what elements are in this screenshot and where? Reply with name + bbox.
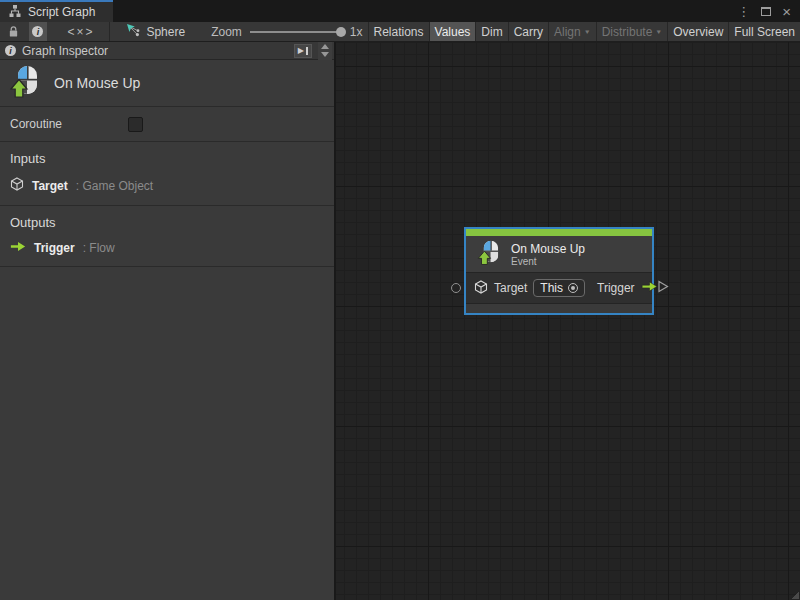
scrub-up-icon [321, 44, 329, 49]
zoom-label: Zoom [211, 25, 242, 39]
output-type: : Flow [83, 241, 115, 255]
input-type: : Game Object [76, 179, 153, 193]
graph-target-breadcrumb[interactable]: Sphere [126, 23, 185, 40]
panel-scrubber[interactable] [318, 42, 332, 60]
object-picker-icon[interactable] [568, 283, 578, 293]
output-port[interactable] [658, 280, 669, 296]
node-subtitle: Event [511, 256, 585, 267]
graph-canvas[interactable]: On Mouse Up Event Target This [336, 42, 800, 600]
node-title: On Mouse Up [511, 242, 585, 256]
flow-arrow-icon [641, 281, 658, 295]
dim-button[interactable]: Dim [475, 22, 507, 41]
carry-button[interactable]: Carry [508, 22, 548, 41]
tab-title: Script Graph [28, 5, 95, 19]
lock-icon[interactable] [8, 25, 19, 38]
resize-grip[interactable] [791, 591, 799, 599]
script-graph-window: Script Graph ⋮ × i <×> [0, 0, 800, 600]
inspector-title: Graph Inspector [22, 44, 288, 58]
dock-panel-icon[interactable]: ▶ [294, 44, 312, 58]
on-mouse-up-icon [476, 240, 502, 269]
inspector-empty-area [0, 267, 334, 600]
chevron-down-icon: ▼ [655, 29, 662, 35]
scrub-down-icon [321, 52, 329, 57]
code-view-icon[interactable]: <×> [65, 25, 98, 39]
distribute-dropdown[interactable]: Distribute ▼ [596, 22, 668, 41]
window-controls: ⋮ × [737, 0, 800, 22]
input-row-target: Target : Game Object [10, 177, 324, 194]
values-button[interactable]: Values [429, 22, 476, 41]
coroutine-row: Coroutine [0, 107, 334, 142]
node-footer [466, 304, 652, 313]
node-target-label: Target [494, 281, 527, 295]
graph-toolbar: i <×> Sphere Zoom 1x Relations V [0, 22, 800, 42]
graph-asset-icon [126, 23, 140, 40]
flow-arrow-icon [10, 241, 26, 255]
input-name: Target [32, 179, 68, 193]
outputs-header: Outputs [10, 215, 324, 230]
inputs-section: Inputs Target : Game Object [0, 142, 334, 206]
output-row-trigger: Trigger : Flow [10, 241, 324, 255]
target-value-button[interactable]: This [533, 279, 585, 297]
outputs-section: Outputs Trigger : Flow [0, 206, 334, 267]
target-value: This [540, 281, 563, 295]
on-mouse-up-icon [8, 65, 42, 102]
inputs-header: Inputs [10, 151, 324, 166]
tab-script-graph[interactable]: Script Graph [0, 0, 113, 22]
node-trigger-label: Trigger [597, 281, 635, 295]
chevron-down-icon: ▼ [584, 29, 591, 35]
script-graph-icon [8, 4, 22, 21]
unit-title: On Mouse Up [54, 75, 140, 91]
relations-button[interactable]: Relations [368, 22, 429, 41]
zoom-control: Zoom 1x [211, 25, 362, 39]
info-icon: i [5, 45, 16, 56]
graph-target-label: Sphere [146, 25, 185, 39]
node-accent-bar [466, 229, 652, 236]
tab-bar: Script Graph ⋮ × [0, 0, 800, 22]
overview-button[interactable]: Overview [667, 22, 728, 41]
toolbar-separator [109, 22, 110, 41]
zoom-value: 1x [350, 25, 363, 39]
zoom-slider[interactable] [250, 31, 342, 33]
on-mouse-up-node[interactable]: On Mouse Up Event Target This [464, 227, 654, 315]
output-name: Trigger [34, 241, 75, 255]
toolbar-buttons: Relations Values Dim Carry Align ▼ Distr… [368, 22, 800, 41]
close-icon[interactable]: × [782, 4, 791, 19]
info-icon: i [32, 26, 43, 37]
node-ports-row: Target This Trigger [466, 272, 652, 304]
game-object-cube-icon [10, 177, 24, 194]
inspector-header: i Graph Inspector ▶ [0, 42, 334, 60]
coroutine-checkbox[interactable] [128, 117, 143, 132]
zoom-slider-handle[interactable] [336, 27, 346, 37]
inspector-toggle-button[interactable]: i [29, 22, 47, 41]
unit-title-block: On Mouse Up [0, 60, 334, 107]
maximize-icon[interactable] [761, 7, 771, 16]
game-object-cube-icon [474, 280, 488, 297]
fullscreen-button[interactable]: Full Screen [728, 22, 800, 41]
align-dropdown[interactable]: Align ▼ [548, 22, 596, 41]
graph-inspector-panel: i Graph Inspector ▶ [0, 42, 336, 600]
main-area: i Graph Inspector ▶ [0, 42, 800, 600]
node-header[interactable]: On Mouse Up Event [466, 236, 652, 272]
more-menu-icon[interactable]: ⋮ [737, 5, 750, 18]
coroutine-label: Coroutine [10, 117, 128, 131]
input-port[interactable] [451, 283, 461, 293]
